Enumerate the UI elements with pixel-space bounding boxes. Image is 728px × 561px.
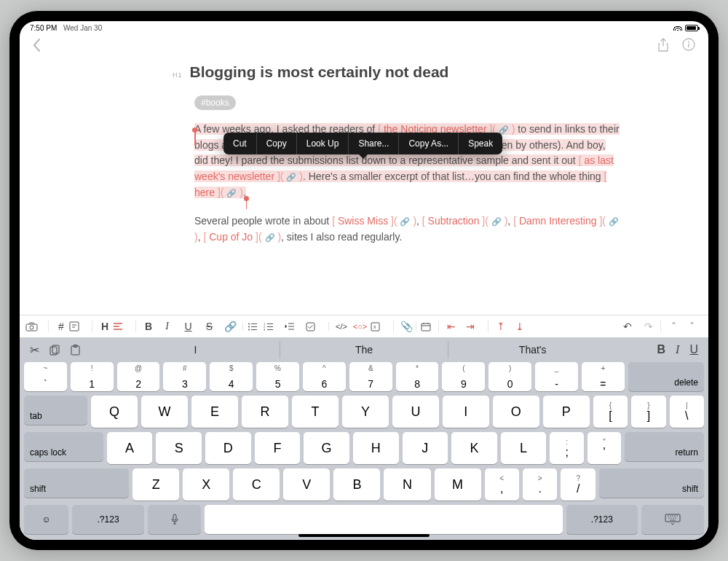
- key-Q[interactable]: Q: [91, 396, 138, 428]
- hash-icon[interactable]: #: [48, 321, 69, 332]
- camera-icon[interactable]: [25, 322, 47, 332]
- key-4[interactable]: $4: [210, 362, 253, 391]
- key-\[interactable]: |\: [670, 396, 704, 428]
- key-5[interactable]: %5: [256, 362, 299, 391]
- key-7[interactable]: &7: [349, 362, 392, 391]
- key-C[interactable]: C: [233, 468, 280, 501]
- key-X[interactable]: X: [183, 468, 229, 501]
- move-line-start-icon[interactable]: ⇤: [438, 321, 459, 332]
- checklist-button[interactable]: [306, 322, 327, 332]
- outdent-button[interactable]: [285, 323, 306, 331]
- share-icon[interactable]: [657, 38, 669, 52]
- link-swiss-miss[interactable]: Swiss Miss: [338, 215, 388, 227]
- key-dictation[interactable]: [148, 505, 202, 534]
- numbered-list-button[interactable]: 123: [264, 323, 285, 331]
- key-/[interactable]: ?/: [561, 468, 595, 501]
- menu-copy-as[interactable]: Copy As...: [399, 133, 459, 154]
- key-W[interactable]: W: [141, 396, 188, 428]
- page-title[interactable]: Blogging is most certainly not dead: [190, 63, 449, 81]
- code-button[interactable]: </>: [328, 322, 349, 331]
- key-return[interactable]: return: [625, 432, 704, 461]
- key-`[interactable]: ~`: [24, 362, 67, 391]
- menu-copy[interactable]: Copy: [257, 133, 297, 154]
- heading-button[interactable]: H: [92, 321, 113, 332]
- key-3[interactable]: #3: [163, 362, 206, 391]
- key-A[interactable]: A: [107, 432, 153, 464]
- key-numsym-right[interactable]: .?123: [566, 505, 638, 534]
- key-0[interactable]: )0: [488, 362, 531, 391]
- chevron-up-icon[interactable]: ˄: [660, 321, 681, 332]
- chevron-down-icon[interactable]: ˅: [681, 321, 703, 332]
- paste-icon[interactable]: [71, 345, 80, 356]
- key-'[interactable]: "': [587, 432, 621, 464]
- code-block-button[interactable]: <○>: [349, 322, 371, 331]
- undo-button[interactable]: ↶: [617, 321, 638, 332]
- key-capslock[interactable]: caps lock: [24, 432, 103, 461]
- key-Z[interactable]: Z: [132, 468, 179, 501]
- format-bold[interactable]: B: [657, 343, 666, 356]
- date-icon[interactable]: [416, 322, 437, 332]
- key-J[interactable]: J: [403, 432, 448, 464]
- key-tab[interactable]: tab: [24, 396, 87, 425]
- key-M[interactable]: M: [435, 468, 481, 501]
- key-][interactable]: }]: [631, 396, 665, 428]
- home-indicator[interactable]: [298, 534, 430, 537]
- key-9[interactable]: (9: [442, 362, 485, 391]
- copy-icon[interactable]: [50, 345, 60, 356]
- key-space[interactable]: [205, 505, 562, 534]
- key-O[interactable]: O: [493, 396, 539, 428]
- key-P[interactable]: P: [543, 396, 590, 428]
- move-line-end-icon[interactable]: ⇥: [459, 321, 480, 332]
- strikethrough-button[interactable]: S: [199, 321, 220, 332]
- key-;[interactable]: :;: [550, 432, 583, 464]
- key-2[interactable]: @2: [117, 362, 160, 391]
- underline-button[interactable]: U: [178, 321, 199, 332]
- menu-share[interactable]: Share...: [349, 133, 399, 154]
- key-Y[interactable]: Y: [342, 396, 389, 428]
- key-V[interactable]: V: [283, 468, 330, 501]
- italic-button[interactable]: I: [157, 321, 178, 332]
- document-area[interactable]: H1 Blogging is most certainly not dead #…: [20, 55, 708, 315]
- key-H[interactable]: H: [353, 432, 399, 464]
- key-N[interactable]: N: [384, 468, 430, 501]
- key-D[interactable]: D: [205, 432, 251, 464]
- key--[interactable]: _-: [535, 362, 578, 391]
- redo-button[interactable]: ↷: [638, 321, 659, 332]
- format-italic[interactable]: I: [676, 343, 679, 356]
- link-here[interactable]: here: [194, 187, 215, 198]
- key-B[interactable]: B: [333, 468, 380, 501]
- align-button[interactable]: [113, 323, 134, 331]
- key-[[interactable]: {[: [593, 396, 628, 428]
- key-K[interactable]: K: [451, 432, 497, 464]
- suggestion-3[interactable]: That's: [448, 341, 617, 358]
- link-cup-of-jo[interactable]: Cup of Jo: [209, 231, 253, 243]
- suggestion-2[interactable]: The: [280, 341, 448, 358]
- key-dismiss[interactable]: [641, 505, 704, 534]
- cut-icon[interactable]: ✂: [30, 343, 39, 357]
- move-down-icon[interactable]: ⤓: [509, 321, 530, 332]
- key-6[interactable]: ^6: [303, 362, 346, 391]
- suggestion-1[interactable]: I: [111, 341, 280, 358]
- link-subtraction[interactable]: Subtraction: [428, 215, 480, 227]
- link-damn-interesting[interactable]: Damn Interesting: [519, 215, 597, 227]
- key-L[interactable]: L: [501, 432, 547, 464]
- key-shift-right[interactable]: shift: [599, 468, 704, 498]
- note-icon[interactable]: [69, 321, 90, 332]
- menu-cut[interactable]: Cut: [223, 133, 257, 154]
- formula-button[interactable]: x: [371, 322, 392, 332]
- key-F[interactable]: F: [255, 432, 301, 464]
- menu-speak[interactable]: Speak: [459, 133, 502, 154]
- key-=[interactable]: +=: [582, 362, 625, 391]
- key-E[interactable]: E: [191, 396, 238, 428]
- key-R[interactable]: R: [242, 396, 288, 428]
- tag-chip[interactable]: #books: [194, 95, 236, 110]
- key-emoji[interactable]: ☺: [24, 505, 68, 534]
- info-icon[interactable]: [682, 38, 695, 52]
- key-T[interactable]: T: [292, 396, 339, 428]
- key-.[interactable]: >.: [523, 468, 557, 501]
- key-S[interactable]: S: [156, 432, 202, 464]
- key-I[interactable]: I: [443, 396, 489, 428]
- attachment-icon[interactable]: 📎: [393, 321, 414, 332]
- key-U[interactable]: U: [392, 396, 439, 428]
- paragraph-2[interactable]: Several people wrote in about [ Swiss Mi…: [194, 213, 621, 245]
